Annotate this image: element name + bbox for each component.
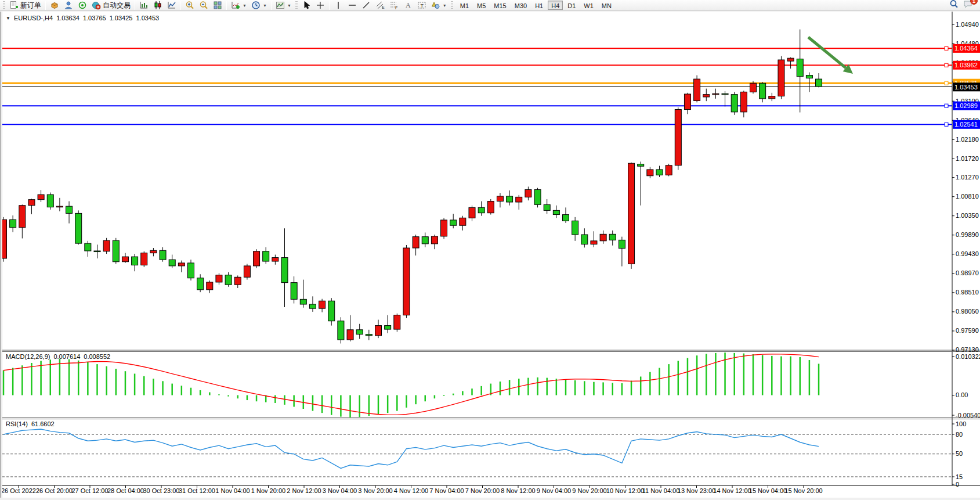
line-anchor-handle[interactable]: [945, 46, 948, 50]
line-anchor-handle[interactable]: [945, 104, 948, 107]
timeframe-button-M30[interactable]: M30: [511, 1, 530, 10]
chart-menu-icon[interactable]: ▼: [6, 16, 10, 21]
candle-up[interactable]: [19, 206, 26, 228]
candle-up[interactable]: [413, 237, 419, 248]
candle-up[interactable]: [600, 234, 606, 240]
templates-button[interactable]: ▼: [273, 1, 294, 10]
candle-down[interactable]: [281, 258, 288, 283]
candle-down[interactable]: [385, 326, 391, 329]
candle-down[interactable]: [619, 240, 625, 248]
candle-down[interactable]: [309, 304, 316, 308]
channel-tool-button[interactable]: E: [373, 1, 387, 10]
text-label-tool-button[interactable]: T: [415, 1, 429, 10]
candle-up[interactable]: [122, 257, 128, 262]
candle-up[interactable]: [516, 197, 522, 202]
candle-up[interactable]: [666, 166, 672, 175]
horizontal-line[interactable]: [2, 46, 952, 50]
candle-down[interactable]: [806, 75, 812, 78]
trendline-tool-button[interactable]: [359, 1, 373, 10]
candle-down[interactable]: [66, 206, 73, 213]
candle-down[interactable]: [94, 251, 100, 252]
chart-svg[interactable]: 1.049401.044801.040201.035601.031001.026…: [0, 12, 980, 500]
candle-up[interactable]: [403, 248, 410, 315]
shapes-tool-button[interactable]: ▼: [429, 1, 449, 10]
candle-up[interactable]: [38, 195, 44, 200]
bar-chart-button[interactable]: [137, 1, 151, 10]
candle-down[interactable]: [160, 250, 166, 260]
toolbar-grip[interactable]: [295, 1, 298, 9]
candlestick-chart-button[interactable]: [151, 1, 165, 10]
candle-down[interactable]: [169, 260, 175, 266]
candle-down[interactable]: [478, 207, 484, 213]
text-tool-button[interactable]: A: [401, 1, 415, 10]
candle-up[interactable]: [703, 95, 710, 97]
candle-down[interactable]: [534, 189, 541, 204]
periods-button[interactable]: ▼: [249, 1, 269, 10]
candle-up[interactable]: [684, 94, 690, 110]
candle-down[interactable]: [563, 215, 569, 221]
candle-up[interactable]: [525, 189, 531, 197]
candle-down[interactable]: [85, 243, 91, 251]
toolbar-grip[interactable]: [3, 1, 5, 9]
candle-down[interactable]: [638, 164, 644, 167]
search-icon[interactable]: [949, 0, 959, 11]
candle-up[interactable]: [750, 83, 757, 92]
timeframe-button-W1[interactable]: W1: [580, 1, 597, 10]
new-order-button[interactable]: 新订单: [7, 1, 44, 10]
candle-down[interactable]: [816, 79, 822, 87]
candle-up[interactable]: [141, 253, 147, 265]
line-chart-button[interactable]: [165, 1, 179, 10]
candle-down[interactable]: [188, 263, 194, 278]
candle-down[interactable]: [113, 240, 119, 262]
candle-down[interactable]: [656, 170, 663, 175]
candle-up[interactable]: [778, 60, 784, 96]
annotation-arrow[interactable]: [808, 37, 853, 74]
timeframe-button-H1[interactable]: H1: [531, 1, 547, 10]
arrow-shaft[interactable]: [808, 37, 846, 68]
timeframe-button-M1[interactable]: M1: [457, 1, 472, 10]
timeframe-button-M5[interactable]: M5: [473, 1, 489, 10]
candle-up[interactable]: [272, 258, 279, 261]
candle-down[interactable]: [553, 210, 559, 214]
candle-up[interactable]: [28, 200, 35, 206]
candle-down[interactable]: [47, 195, 53, 207]
profile-button[interactable]: [62, 1, 75, 10]
horizontal-line[interactable]: [2, 123, 952, 126]
candle-down[interactable]: [422, 237, 428, 244]
candle-up[interactable]: [628, 163, 635, 264]
candle-down[interactable]: [760, 83, 766, 99]
candle-up[interactable]: [460, 218, 466, 225]
autotrading-button[interactable]: 自动交易: [89, 1, 133, 10]
indicators-button[interactable]: ▼: [229, 1, 249, 10]
news-button[interactable]: [75, 1, 89, 10]
candle-down[interactable]: [263, 251, 269, 261]
candle-down[interactable]: [609, 234, 616, 240]
candle-up[interactable]: [234, 277, 241, 285]
candle-up[interactable]: [216, 275, 222, 282]
line-anchor-handle[interactable]: [945, 81, 948, 85]
chart-canvas[interactable]: 1.049401.044801.040201.035601.031001.026…: [0, 12, 980, 500]
timeframe-button-H4[interactable]: H4: [548, 1, 563, 10]
line-anchor-handle[interactable]: [945, 123, 948, 126]
candle-up[interactable]: [591, 241, 597, 244]
candle-down[interactable]: [544, 204, 550, 210]
cursor-tool-button[interactable]: [299, 1, 313, 10]
candle-up[interactable]: [441, 220, 447, 236]
candle-down[interactable]: [10, 220, 16, 228]
candle-down[interactable]: [338, 321, 344, 340]
fibonacci-tool-button[interactable]: F: [387, 1, 401, 10]
zoom-out-button[interactable]: [197, 1, 211, 10]
horizontal-line[interactable]: [2, 81, 952, 85]
candle-up[interactable]: [56, 206, 63, 207]
candle-down[interactable]: [75, 213, 82, 243]
chat-button[interactable]: 1: [963, 0, 973, 11]
candle-up[interactable]: [394, 315, 400, 329]
candle-up[interactable]: [675, 110, 681, 166]
candle-up[interactable]: [207, 282, 213, 290]
candle-up[interactable]: [694, 79, 700, 100]
candle-down[interactable]: [366, 334, 372, 336]
candle-down[interactable]: [450, 220, 457, 225]
crosshair-tool-button[interactable]: [313, 1, 327, 10]
candle-down[interactable]: [197, 278, 204, 290]
candle-up[interactable]: [431, 236, 437, 244]
